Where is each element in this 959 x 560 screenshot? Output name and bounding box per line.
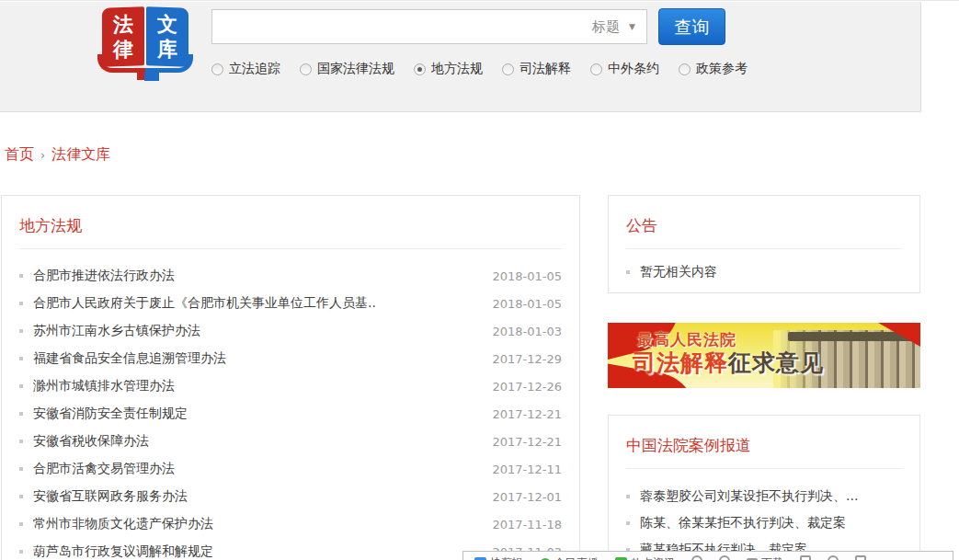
toolbar-item-share-icon[interactable]	[719, 555, 730, 560]
law-item-link[interactable]: 安徽省税收保障办法	[33, 433, 481, 450]
law-item-link[interactable]: 安徽省互联网政务服务办法	[33, 488, 481, 505]
law-item-row: 合肥市人民政府关于废止《合肥市机关事业单位工作人员基..2018-01-05	[19, 290, 562, 317]
toolbar-item-label: 快剪辑	[490, 555, 523, 560]
law-item-row: 福建省食品安全信息追溯管理办法2017-12-29	[19, 345, 562, 372]
law-item-row: 滁州市城镇排水管理办法2017-12-26	[19, 372, 562, 400]
notice-empty-item: 暂无相关内容	[609, 249, 919, 280]
radio-circle-icon[interactable]	[414, 63, 426, 75]
bullet-icon	[19, 384, 23, 388]
radio-司法解释[interactable]: 司法解释	[502, 61, 571, 77]
case-item-link[interactable]: 陈某、徐某某拒不执行判决、裁定案	[640, 515, 846, 531]
notice-panel: 公告 暂无相关内容	[608, 195, 920, 293]
bullet-icon	[19, 467, 23, 471]
share-icon	[719, 555, 730, 560]
court-cases-panel: 中国法院案例报道 蓉泰塑胶公司刘某设拒不执行判决、...陈某、徐某某拒不执行判决…	[608, 415, 920, 560]
case-item-link[interactable]: 蓉泰塑胶公司刘某设拒不执行判决、...	[640, 488, 858, 505]
law-item-link[interactable]: 合肥市推进依法行政办法	[33, 268, 481, 284]
banner-line2: 司法解释征求意见	[633, 348, 824, 378]
cases-list: 蓉泰塑胶公司刘某设拒不执行判决、...陈某、徐某某拒不执行判决、裁定案藏某稳拒不…	[609, 469, 919, 560]
search-field-selector[interactable]: 标题 ▼	[592, 10, 635, 43]
law-item-row: 安徽省消防安全责任制规定2017-12-21	[19, 400, 562, 428]
refresh-icon	[828, 555, 839, 560]
law-list: 合肥市推进依法行政办法2018-01-05合肥市人民政府关于废止《合肥市机关事业…	[2, 249, 579, 560]
category-radio-row: 立法追踪国家法律法规地方法规司法解释中外条约政策参考	[211, 61, 767, 77]
banner-line2-dark: 征求意见	[728, 349, 824, 376]
law-item-row: 常州市非物质文化遗产保护办法2017-11-18	[19, 510, 562, 538]
law-item-link[interactable]: 合肥市人民政府关于废止《合肥市机关事业单位工作人员基..	[33, 295, 481, 312]
law-item-date: 2017-12-26	[492, 380, 562, 394]
panel-title: 中国法院案例报道	[609, 416, 919, 468]
radio-circle-icon[interactable]	[211, 63, 223, 75]
bullet-icon	[19, 302, 23, 305]
law-item-link[interactable]: 常州市非物质文化遗产保护办法	[33, 516, 481, 532]
query-button[interactable]: 查询	[658, 8, 725, 45]
case-item-row: 蓉泰塑胶公司刘某设拒不执行判决、...	[626, 483, 902, 509]
search-field-value: 标题	[592, 18, 620, 36]
law-item-link[interactable]: 苏州市江南水乡古镇保护办法	[33, 323, 481, 339]
bullet-icon	[626, 521, 630, 525]
bullet-icon	[19, 329, 23, 333]
toolbar-item-quick-clip-icon[interactable]: 快剪辑	[474, 555, 523, 560]
radio-label: 国家法律法规	[317, 61, 394, 77]
law-item-link[interactable]: 安徽省消防安全责任制规定	[33, 406, 481, 422]
bullet-icon	[19, 550, 23, 554]
search-input[interactable]	[212, 10, 553, 43]
supreme-court-banner[interactable]: 最高人民法院 司法解释征求意见	[608, 323, 920, 388]
law-item-link[interactable]: 葫芦岛市行政复议调解和解规定	[33, 543, 481, 560]
radio-立法追踪[interactable]: 立法追踪	[211, 61, 280, 77]
bullet-icon	[19, 440, 23, 443]
list-icon	[855, 555, 866, 560]
mute-icon	[691, 555, 702, 560]
local-regulations-panel: 地方法规 合肥市推进依法行政办法2018-01-05合肥市人民政府关于废止《合肥…	[1, 195, 580, 560]
book-spine-blue	[144, 72, 159, 81]
panel-title: 公告	[609, 196, 919, 248]
bullet-icon	[626, 270, 630, 274]
radio-circle-icon[interactable]	[300, 63, 312, 75]
law-item-row: 安徽省互联网政务服务办法2017-12-01	[19, 483, 562, 510]
radio-label: 司法解释	[519, 61, 571, 77]
breadcrumb-separator: ›	[40, 148, 45, 162]
breadcrumb: 首页 › 法律文库	[5, 145, 110, 165]
radio-label: 地方法规	[431, 61, 483, 77]
radio-政策参考[interactable]: 政策参考	[679, 61, 748, 77]
browser-bottom-toolbar: 快剪辑全民直播热点资讯下载	[462, 551, 953, 560]
red-corner	[878, 323, 920, 347]
radio-地方法规[interactable]: 地方法规	[414, 61, 483, 77]
bullet-icon	[626, 495, 630, 498]
toolbar-item-hot-news-icon[interactable]: 热点资讯	[615, 555, 675, 560]
toolbar-item-mute-icon[interactable]	[691, 555, 702, 560]
logo-right-page: 文库	[146, 6, 188, 67]
site-logo[interactable]: 法律 文库	[99, 7, 191, 81]
logo-left-page: 法律	[102, 6, 144, 67]
radio-中外条约[interactable]: 中外条约	[590, 61, 659, 77]
case-item-row: 陈某、徐某某拒不执行判决、裁定案	[626, 509, 902, 536]
toolbar-item-live-stream-icon[interactable]: 全民直播	[540, 555, 599, 560]
law-item-row: 合肥市推进依法行政办法2018-01-05	[19, 262, 562, 290]
radio-国家法律法规[interactable]: 国家法律法规	[300, 61, 394, 77]
panel-title: 地方法规	[2, 196, 579, 248]
page: 法律 文库 标题 ▼ 查询 立法追踪国家法律法规地方法规司法解释中外条约政策参考…	[0, 0, 959, 560]
law-item-link[interactable]: 福建省食品安全信息追溯管理办法	[33, 350, 481, 367]
toolbar-item-refresh-icon[interactable]	[828, 555, 839, 560]
toolbar-item-label: 热点资讯	[631, 555, 675, 560]
law-item-date: 2017-12-29	[492, 352, 562, 366]
radio-circle-icon[interactable]	[502, 63, 514, 75]
law-item-date: 2018-01-05	[492, 269, 562, 283]
toolbar-item-download-icon[interactable]: 下载	[747, 555, 783, 560]
bullet-icon	[19, 522, 23, 526]
breadcrumb-home-link[interactable]: 首页	[5, 145, 34, 165]
screenshot-icon	[800, 555, 811, 560]
law-item-row: 安徽省税收保障办法2017-12-21	[19, 428, 562, 455]
toolbar-item-list-icon[interactable]	[855, 555, 866, 560]
law-item-link[interactable]: 滁州市城镇排水管理办法	[33, 378, 481, 394]
law-item-date: 2017-12-11	[492, 463, 562, 476]
law-item-link[interactable]: 合肥市活禽交易管理办法	[33, 461, 481, 477]
law-item-date: 2017-11-18	[492, 518, 562, 531]
toolbar-item-screenshot-icon[interactable]	[800, 555, 811, 560]
radio-label: 政策参考	[696, 61, 748, 77]
radio-circle-icon[interactable]	[679, 63, 691, 75]
toolbar-item-label: 全民直播	[554, 555, 599, 560]
book-spine-red	[137, 72, 144, 80]
radio-label: 立法追踪	[229, 61, 280, 77]
radio-circle-icon[interactable]	[590, 63, 602, 75]
